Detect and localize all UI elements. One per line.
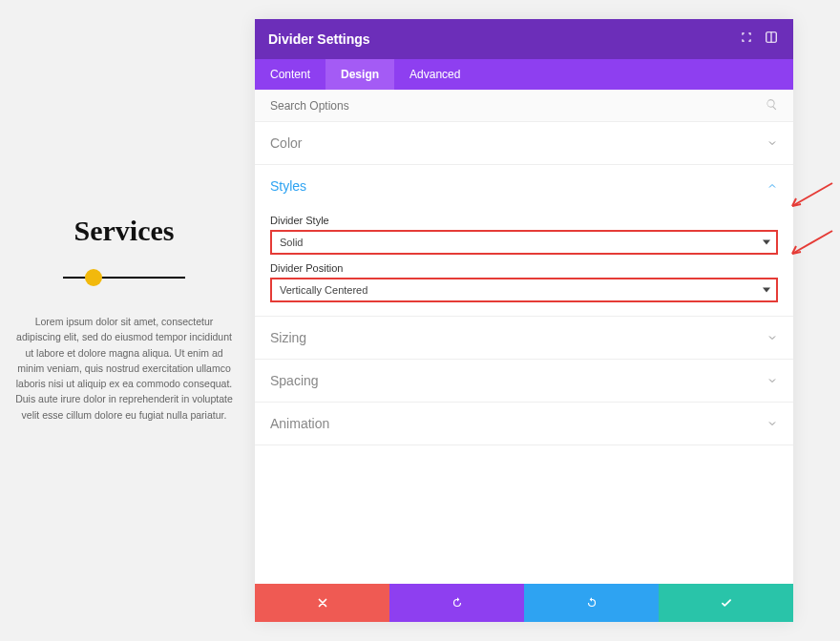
section-spacing: Spacing (255, 360, 793, 403)
divider-style-label: Divider Style (270, 215, 778, 226)
tabs: Content Design Advanced (255, 59, 793, 90)
divider-style-select[interactable]: Solid (270, 230, 778, 255)
settings-panel: Divider Settings Content Design Advanced… (255, 19, 793, 622)
preview-column: Services Lorem ipsum dolor sit amet, con… (0, 0, 248, 641)
tab-advanced[interactable]: Advanced (394, 59, 475, 90)
caret-down-icon (763, 288, 770, 293)
section-styles: Styles Divider Style Solid Divider Posit… (255, 165, 793, 317)
search-row (255, 90, 793, 122)
panel-body: Color Styles Divider Style Solid Divider… (255, 122, 793, 584)
close-icon (316, 596, 329, 610)
section-title: Styles (270, 178, 306, 194)
svg-line-2 (792, 183, 832, 206)
section-title: Color (270, 135, 302, 151)
redo-button[interactable] (524, 584, 659, 622)
section-header-styles[interactable]: Styles (255, 165, 793, 207)
expand-icon[interactable] (740, 31, 753, 48)
divider-position-label: Divider Position (270, 262, 778, 274)
section-header-sizing[interactable]: Sizing (255, 317, 793, 359)
preview-title: Services (74, 215, 175, 247)
annotation-arrow-1 (787, 181, 834, 210)
divider-position-value: Vertically Centered (280, 284, 368, 296)
chevron-up-icon (766, 180, 778, 192)
undo-button[interactable] (389, 584, 524, 622)
preview-body-text: Lorem ipsum dolor sit amet, consectetur … (12, 314, 237, 423)
cancel-button[interactable] (255, 584, 389, 622)
section-sizing: Sizing (255, 317, 793, 360)
check-icon (720, 596, 733, 610)
svg-line-3 (792, 231, 832, 254)
search-icon[interactable] (766, 97, 778, 114)
section-animation: Animation (255, 403, 793, 445)
undo-icon (451, 596, 464, 610)
chevron-down-icon (766, 332, 778, 343)
header-icons (740, 31, 778, 48)
redo-icon (585, 596, 598, 610)
tab-content[interactable]: Content (255, 59, 326, 90)
section-color: Color (255, 122, 793, 165)
section-header-spacing[interactable]: Spacing (255, 360, 793, 402)
section-header-animation[interactable]: Animation (255, 403, 793, 445)
search-input[interactable] (270, 99, 727, 113)
divider-style-value: Solid (280, 237, 303, 248)
preview-divider (63, 268, 185, 287)
panel-footer (255, 584, 793, 622)
section-styles-body: Divider Style Solid Divider Position Ver… (255, 215, 793, 316)
chevron-down-icon (766, 418, 778, 429)
caret-down-icon (763, 240, 770, 245)
section-title: Animation (270, 416, 329, 431)
section-header-color[interactable]: Color (255, 122, 793, 164)
panel-header: Divider Settings (255, 19, 793, 59)
panel-layout-icon[interactable] (765, 31, 778, 48)
annotation-arrow-2 (787, 229, 834, 258)
preview-divider-line (63, 277, 185, 279)
divider-position-select[interactable]: Vertically Centered (270, 278, 778, 302)
chevron-down-icon (766, 137, 778, 149)
tab-design[interactable]: Design (326, 59, 394, 90)
section-title: Sizing (270, 330, 306, 345)
panel-title: Divider Settings (268, 31, 370, 47)
save-button[interactable] (659, 584, 793, 622)
chevron-down-icon (766, 375, 778, 386)
section-title: Spacing (270, 373, 319, 388)
preview-divider-dot (85, 269, 102, 286)
